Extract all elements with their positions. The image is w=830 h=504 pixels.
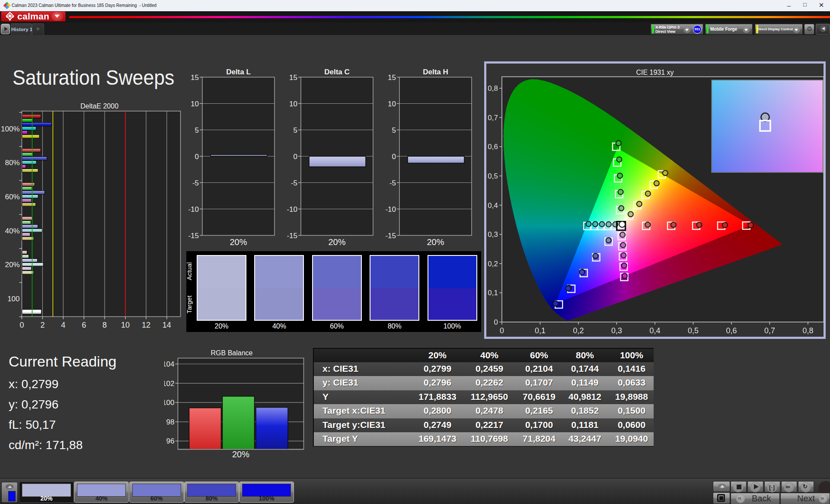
svg-text:Delta L: Delta L xyxy=(226,68,251,76)
svg-text:0,3: 0,3 xyxy=(611,326,622,335)
svg-text:60%: 60% xyxy=(5,193,19,201)
svg-text:100%: 100% xyxy=(1,125,19,133)
svg-text:0,6: 0,6 xyxy=(488,143,498,151)
svg-text:4: 4 xyxy=(61,321,65,329)
svg-text:Delta H: Delta H xyxy=(423,68,448,76)
svg-text:Delta C: Delta C xyxy=(324,68,350,76)
svg-text:10: 10 xyxy=(289,100,297,108)
svg-text:14: 14 xyxy=(163,321,171,329)
svg-text:10: 10 xyxy=(191,100,199,108)
svg-text:20%: 20% xyxy=(427,237,444,247)
svg-text:80%: 80% xyxy=(5,159,19,167)
svg-text:40%: 40% xyxy=(5,227,19,235)
svg-text:-5: -5 xyxy=(389,179,396,187)
svg-text:0: 0 xyxy=(392,153,396,161)
svg-text:102: 102 xyxy=(164,380,175,388)
svg-text:104: 104 xyxy=(164,360,175,368)
svg-text:-5: -5 xyxy=(291,179,297,187)
svg-text:5: 5 xyxy=(294,126,297,134)
svg-text:0,8: 0,8 xyxy=(488,84,498,93)
svg-text:-10: -10 xyxy=(385,205,396,214)
svg-text:0: 0 xyxy=(494,318,498,326)
svg-text:15: 15 xyxy=(388,73,396,82)
svg-text:0,4: 0,4 xyxy=(649,326,660,335)
svg-text:0: 0 xyxy=(500,326,504,335)
svg-text:-10: -10 xyxy=(287,205,297,214)
svg-text:-5: -5 xyxy=(192,179,199,187)
svg-text:100: 100 xyxy=(7,295,19,303)
svg-text:15: 15 xyxy=(289,73,297,82)
svg-text:5: 5 xyxy=(392,126,396,134)
svg-text:96: 96 xyxy=(166,437,175,445)
svg-text:20%: 20% xyxy=(230,237,247,247)
svg-text:0,2: 0,2 xyxy=(488,260,498,268)
svg-text:10: 10 xyxy=(388,100,396,108)
svg-text:0,7: 0,7 xyxy=(764,326,775,335)
svg-text:0,5: 0,5 xyxy=(488,172,498,180)
svg-text:0,6: 0,6 xyxy=(726,326,737,335)
svg-text:0,8: 0,8 xyxy=(802,326,813,335)
svg-text:100: 100 xyxy=(164,399,175,407)
svg-text:0: 0 xyxy=(294,153,297,161)
svg-text:0,5: 0,5 xyxy=(688,326,699,335)
svg-text:20%: 20% xyxy=(5,261,19,269)
svg-text:0: 0 xyxy=(19,321,24,329)
svg-text:0,1: 0,1 xyxy=(488,289,498,297)
svg-text:5: 5 xyxy=(195,126,199,134)
svg-text:98: 98 xyxy=(166,418,175,426)
svg-text:-15: -15 xyxy=(188,232,199,240)
svg-text:0: 0 xyxy=(195,153,199,161)
svg-text:20%: 20% xyxy=(232,450,249,459)
svg-text:-15: -15 xyxy=(287,232,297,240)
svg-text:-10: -10 xyxy=(188,205,199,214)
svg-text:0,1: 0,1 xyxy=(535,326,546,335)
svg-text:10: 10 xyxy=(121,321,130,329)
svg-text:0,2: 0,2 xyxy=(573,326,584,335)
svg-text:0,7: 0,7 xyxy=(488,114,498,122)
svg-text:2: 2 xyxy=(40,321,45,329)
svg-text:0,3: 0,3 xyxy=(488,230,498,239)
svg-text:8: 8 xyxy=(102,321,107,329)
svg-text:15: 15 xyxy=(191,73,199,82)
svg-text:20%: 20% xyxy=(328,237,345,247)
svg-text:6: 6 xyxy=(82,321,86,329)
svg-text:0,4: 0,4 xyxy=(488,201,498,210)
svg-text:12: 12 xyxy=(142,321,150,329)
svg-text:-15: -15 xyxy=(385,232,396,240)
